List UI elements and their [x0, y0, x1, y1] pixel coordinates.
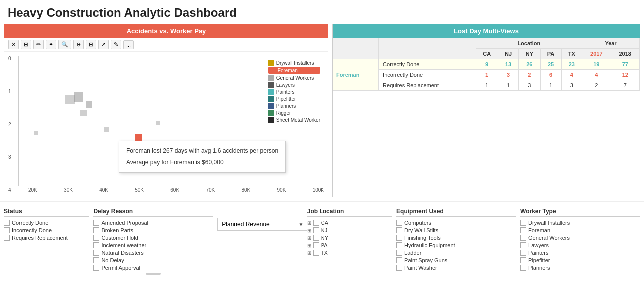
- table-col-year-group: Year: [582, 38, 640, 49]
- legend-item-sheet[interactable]: Sheet Metal Worker: [268, 117, 320, 123]
- toolbar-btn-more[interactable]: ...: [123, 40, 134, 50]
- table-row-requires-replacement-label: Requires Replacement: [379, 80, 476, 91]
- toolbar-btn-grid[interactable]: ⊟: [86, 40, 96, 50]
- checkbox-inclement-weather[interactable]: [93, 242, 99, 248]
- table-col-2017: 2017: [582, 49, 611, 60]
- expand-icon-ca[interactable]: ⊞: [307, 220, 311, 226]
- legend-item-rigger[interactable]: Rigger: [268, 110, 320, 116]
- checkbox-permit-apporval[interactable]: [93, 265, 99, 271]
- table-col-ca: CA: [476, 49, 498, 60]
- filter-delay-inclement[interactable]: Inclement weather: [93, 242, 213, 248]
- checkbox-lawyers[interactable]: [520, 242, 526, 248]
- table-cell-rr-2017: 2: [582, 80, 611, 91]
- legend-item-painters[interactable]: Painters: [268, 89, 320, 95]
- checkbox-ny[interactable]: [313, 235, 319, 241]
- checkbox-amended-proposal[interactable]: [93, 220, 99, 226]
- filter-location-nj[interactable]: ⊞ NJ: [307, 228, 392, 234]
- filter-status-incorrectly-done[interactable]: Incorrectly Done: [4, 228, 89, 234]
- legend-item-foreman[interactable]: Foreman: [268, 67, 320, 74]
- toolbar-btn-expand[interactable]: ↗: [98, 40, 109, 50]
- legend-item-general[interactable]: General Workers: [268, 75, 320, 81]
- legend-item-drywall[interactable]: Drywall Installers: [268, 60, 320, 66]
- checkbox-no-delay[interactable]: [93, 258, 99, 264]
- table-row-correctly-done: Foreman Correctly Done 9 13 26 25 23 19 …: [333, 60, 640, 70]
- checkbox-paint-washer[interactable]: [396, 265, 402, 271]
- checkbox-ca[interactable]: [313, 220, 319, 226]
- expand-icon-nj[interactable]: ⊞: [307, 228, 311, 234]
- filter-worker-drywall[interactable]: Drywall Installers: [520, 220, 640, 226]
- toolbar-btn-edit[interactable]: ✏: [33, 40, 44, 50]
- filter-delay-customer[interactable]: Customer Hold: [93, 235, 213, 241]
- filter-equipment-ladder[interactable]: Ladder: [396, 250, 516, 256]
- toolbar-btn-star[interactable]: ✦: [46, 40, 56, 50]
- table-row-requires-replacement: Requires Replacement 1 1 3 1 3 2 7: [333, 80, 640, 91]
- table-cell-id-ny: 2: [519, 70, 540, 80]
- filter-delay-permit[interactable]: Permit Apporval: [93, 265, 213, 271]
- checkbox-requires-replacement[interactable]: [4, 235, 10, 241]
- filter-worker-pipefitter[interactable]: Pipefitter: [520, 258, 640, 264]
- checkbox-paint-spray-guns[interactable]: [396, 258, 402, 264]
- filter-delay-nodelay[interactable]: No Delay: [93, 258, 213, 264]
- checkbox-drywall-installers[interactable]: [520, 220, 526, 226]
- filter-status-correctly-done[interactable]: Correctly Done: [4, 220, 89, 226]
- filter-worker-general[interactable]: General Workers: [520, 235, 640, 241]
- table-col-empty1: [333, 38, 379, 60]
- checkbox-broken-parts[interactable]: [93, 228, 99, 234]
- filter-delay-natural[interactable]: Natural Disasters: [93, 250, 213, 256]
- filter-worker-lawyers[interactable]: Lawyers: [520, 242, 640, 248]
- chart-title: Accidents vs. Worker Pay: [4, 24, 328, 38]
- checkbox-tx[interactable]: [313, 250, 319, 256]
- toolbar-btn-zoom-out[interactable]: ⊖: [73, 40, 84, 50]
- checkbox-painters[interactable]: [520, 250, 526, 256]
- checkbox-general-workers[interactable]: [520, 235, 526, 241]
- filter-delay-broken[interactable]: Broken Parts: [93, 228, 213, 234]
- filter-equipment-hydraulic[interactable]: Hydraulic Equipment: [396, 242, 516, 248]
- checkbox-nj[interactable]: [313, 228, 319, 234]
- filter-equipment-paintwasher[interactable]: Paint Washer: [396, 265, 516, 271]
- toolbar-btn-pencil[interactable]: ✎: [111, 40, 121, 50]
- toolbar-btn-close[interactable]: ✕: [8, 40, 19, 50]
- table-cell-rr-ca: 1: [476, 80, 498, 91]
- filter-worker-foreman[interactable]: Foreman: [520, 228, 640, 234]
- checkbox-hydraulic-equipment[interactable]: [396, 242, 402, 248]
- filter-location-ny[interactable]: ⊞ NY: [307, 235, 392, 241]
- checkbox-pipefitter[interactable]: [520, 258, 526, 264]
- filter-worker-planners[interactable]: Planners: [520, 265, 640, 271]
- checkbox-correctly-done[interactable]: [4, 220, 10, 226]
- legend-color-pipefitter: [268, 96, 274, 102]
- filter-location-tx[interactable]: ⊞ TX: [307, 250, 392, 256]
- toolbar-btn-zoom-in[interactable]: 🔍: [58, 40, 71, 50]
- filter-location-ca[interactable]: ⊞ CA: [307, 220, 392, 226]
- expand-icon-ny[interactable]: ⊞: [307, 236, 311, 241]
- checkbox-computers[interactable]: [396, 220, 402, 226]
- checkbox-pa[interactable]: [313, 242, 319, 248]
- checkbox-customer-hold[interactable]: [93, 235, 99, 241]
- filter-equipment-drywallstilts[interactable]: Dry Wall Stilts: [396, 228, 516, 234]
- table-col-nj: NJ: [498, 49, 518, 60]
- table-cell-cd-pa: 25: [540, 60, 561, 70]
- toolbar-btn-filter[interactable]: ⊞: [21, 40, 31, 50]
- checkbox-natural-disasters[interactable]: [93, 250, 99, 256]
- expand-icon-pa[interactable]: ⊞: [307, 243, 311, 248]
- legend-item-lawyers[interactable]: Lawyers: [268, 82, 320, 88]
- expand-icon-tx[interactable]: ⊞: [307, 250, 311, 256]
- filter-delay-amended[interactable]: Amended Proposal: [93, 220, 213, 226]
- filter-location-pa[interactable]: ⊞ PA: [307, 242, 392, 248]
- checkbox-finishing-tools[interactable]: [396, 235, 402, 241]
- checkbox-planners[interactable]: [520, 265, 526, 271]
- checkbox-ladder[interactable]: [396, 250, 402, 256]
- filter-worker-painters[interactable]: Painters: [520, 250, 640, 256]
- legend-item-planners[interactable]: Planners: [268, 103, 320, 109]
- table-col-ny: NY: [519, 49, 540, 60]
- table-cell-id-pa: 6: [540, 70, 561, 80]
- chart-toolbar: ✕ ⊞ ✏ ✦ 🔍 ⊖ ⊟ ↗ ✎ ...: [4, 38, 328, 52]
- checkbox-incorrectly-done[interactable]: [4, 228, 10, 234]
- planned-revenue-select[interactable]: Planned Revenue Actual Revenue Budgeted …: [217, 218, 307, 231]
- legend-item-pipefitter[interactable]: Pipefitter: [268, 96, 320, 102]
- filter-equipment-paintsprayguns[interactable]: Paint Spray Guns: [396, 258, 516, 264]
- filter-equipment-finishingtools[interactable]: Finishing Tools: [396, 235, 516, 241]
- filter-equipment-computers[interactable]: Computers: [396, 220, 516, 226]
- checkbox-foreman[interactable]: [520, 228, 526, 234]
- checkbox-dry-wall-stilts[interactable]: [396, 228, 402, 234]
- filter-status-requires-replacement[interactable]: Requires Replacement: [4, 235, 89, 241]
